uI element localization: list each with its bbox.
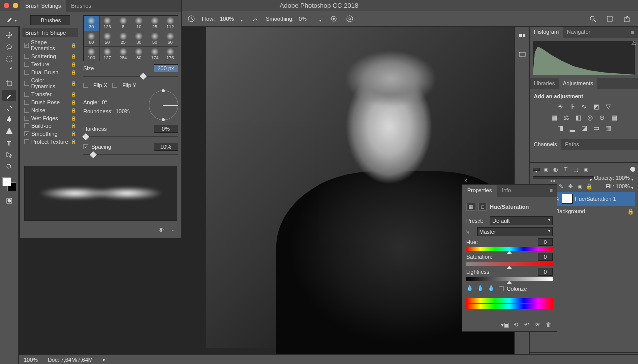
- brush-option-smoothing[interactable]: Smoothing🔒: [22, 130, 78, 138]
- close-icon[interactable]: ×: [464, 178, 467, 183]
- doc-info[interactable]: Doc: 7,64M/7,64M: [48, 357, 93, 363]
- brush-option-noise[interactable]: Noise🔒: [22, 106, 78, 114]
- adj-photofilter-icon[interactable]: ◎: [586, 113, 595, 121]
- lock-icon[interactable]: 🔒: [71, 100, 76, 105]
- lock-icon[interactable]: 🔒: [71, 123, 76, 128]
- hue-input[interactable]: 0: [538, 238, 553, 246]
- brushes-button[interactable]: Brushes: [30, 15, 70, 25]
- pen-tool[interactable]: [2, 114, 16, 124]
- reset-icon[interactable]: ↶: [523, 321, 531, 328]
- lock-icon[interactable]: 🔒: [71, 116, 76, 121]
- lasso-tool[interactable]: [2, 42, 16, 53]
- lock-icon[interactable]: 🔒: [71, 92, 76, 97]
- saturation-input[interactable]: 0: [538, 253, 553, 261]
- angle-value[interactable]: 0°: [102, 99, 107, 105]
- tab-histogram[interactable]: Histogram: [530, 27, 563, 38]
- hue-slider[interactable]: [466, 247, 553, 251]
- pressure-size-icon[interactable]: [344, 13, 355, 24]
- lock-icon[interactable]: 🔒: [71, 70, 76, 75]
- adj-hue-icon[interactable]: ▦: [550, 113, 559, 121]
- smoothing-chevron[interactable]: [319, 17, 323, 21]
- brush-option-protect-texture[interactable]: Protect Texture🔒: [22, 138, 78, 146]
- spacing-input[interactable]: 10%: [154, 143, 178, 151]
- lightness-slider[interactable]: [466, 277, 553, 281]
- brush-preset-30[interactable]: 30: [131, 31, 147, 46]
- brush-option-shape-dynamics[interactable]: Shape Dynamics🔒: [22, 38, 78, 52]
- checkbox[interactable]: [24, 92, 29, 97]
- checkbox[interactable]: [24, 62, 29, 67]
- brush-preset-123[interactable]: 123: [100, 16, 115, 31]
- brush-option-dual-brush[interactable]: Dual Brush🔒: [22, 68, 78, 76]
- adj-exposure-icon[interactable]: ◩: [592, 102, 601, 110]
- layer-opacity-chevron[interactable]: [631, 176, 635, 180]
- adj-levels-icon[interactable]: ⊪: [568, 102, 577, 110]
- layer-blend-select[interactable]: [533, 176, 594, 179]
- clip-to-layer-icon[interactable]: ▾▣: [501, 321, 509, 328]
- checkbox[interactable]: [24, 70, 29, 75]
- adj-threshold-icon[interactable]: ◪: [580, 124, 589, 132]
- eyedropper-plus-icon[interactable]: 💧: [477, 285, 485, 293]
- crop-tool[interactable]: [2, 78, 16, 89]
- share-icon[interactable]: [621, 13, 632, 24]
- adj-channelmixer-icon[interactable]: ⊕: [598, 113, 607, 121]
- brush-preset-175[interactable]: 175: [162, 47, 178, 61]
- fill-chevron[interactable]: [631, 184, 635, 188]
- smoothing-options-icon[interactable]: [328, 13, 339, 24]
- brush-option-scattering[interactable]: Scattering🔒: [22, 52, 78, 60]
- lock-position-icon[interactable]: ✥: [566, 183, 574, 190]
- spacing-checkbox[interactable]: [83, 144, 88, 149]
- flip-y-checkbox[interactable]: [112, 83, 117, 88]
- lock-icon[interactable]: 🔒: [71, 54, 76, 59]
- filter-type-icon[interactable]: T: [562, 166, 570, 173]
- size-slider[interactable]: [83, 73, 178, 79]
- preset-select[interactable]: Default: [490, 216, 553, 225]
- view-previous-icon[interactable]: ⟲: [512, 321, 520, 328]
- tab-brush-settings[interactable]: Brush Settings: [20, 0, 66, 12]
- close-icon[interactable]: ×: [21, 0, 28, 0]
- delete-adjustment-icon[interactable]: 🗑: [545, 321, 553, 328]
- spacing-slider[interactable]: [83, 152, 178, 158]
- checkbox[interactable]: [24, 54, 29, 59]
- magic-wand-tool[interactable]: [2, 66, 16, 77]
- path-selection-tool[interactable]: [2, 149, 16, 160]
- zoom-level[interactable]: 100%: [24, 357, 38, 363]
- checkbox[interactable]: [24, 131, 29, 136]
- tab-properties[interactable]: Properties: [462, 185, 497, 197]
- colorize-checkbox[interactable]: [499, 286, 504, 291]
- brush-preset-60[interactable]: 60: [84, 31, 99, 46]
- adj-vibrance-icon[interactable]: ▽: [604, 102, 613, 110]
- brush-option-build-up[interactable]: Build-up🔒: [22, 122, 78, 130]
- lock-paint-icon[interactable]: ✎: [557, 183, 565, 190]
- tab-adjustments[interactable]: Adjustments: [559, 78, 597, 89]
- checkbox[interactable]: [24, 139, 29, 144]
- hardness-slider[interactable]: [83, 134, 178, 140]
- hardness-input[interactable]: 0%: [154, 125, 178, 133]
- filter-shape-icon[interactable]: ▢: [572, 166, 580, 173]
- channel-select[interactable]: Master: [477, 227, 553, 236]
- filter-smart-icon[interactable]: ▣: [582, 166, 590, 173]
- brush-preset-10[interactable]: 10: [131, 16, 147, 31]
- layer-kind-select[interactable]: [533, 168, 540, 171]
- flow-chevron[interactable]: [241, 17, 245, 21]
- checkbox[interactable]: [24, 43, 29, 48]
- checkbox[interactable]: [24, 116, 29, 121]
- brush-preset-80[interactable]: 80: [131, 47, 147, 61]
- brush-tool-indicator[interactable]: [6, 15, 19, 23]
- channels-menu-icon[interactable]: ≡: [627, 139, 638, 150]
- adj-posterize-icon[interactable]: ▂: [568, 124, 577, 132]
- pressure-opacity-icon[interactable]: [186, 13, 197, 24]
- checkbox[interactable]: [24, 108, 29, 113]
- brush-option-brush-pose[interactable]: Brush Pose🔒: [22, 98, 78, 106]
- adj-curves-icon[interactable]: ∿: [580, 102, 589, 110]
- brush-preset-25[interactable]: 25: [115, 31, 131, 46]
- checkbox[interactable]: [24, 100, 29, 105]
- brush-preset-50[interactable]: 50: [100, 31, 115, 46]
- preview-toggle-icon[interactable]: 👁: [158, 227, 165, 234]
- brush-preset-60[interactable]: 60: [162, 31, 178, 46]
- collapse-icon[interactable]: ◂◂: [550, 178, 555, 183]
- lock-all-icon[interactable]: 🔒: [585, 183, 593, 190]
- tab-navigator[interactable]: Navigator: [563, 27, 594, 38]
- brush-preset-8[interactable]: 8: [115, 16, 131, 31]
- filter-adjust-icon[interactable]: ◐: [552, 166, 560, 173]
- brush-option-color-dynamics[interactable]: Color Dynamics🔒: [22, 76, 78, 90]
